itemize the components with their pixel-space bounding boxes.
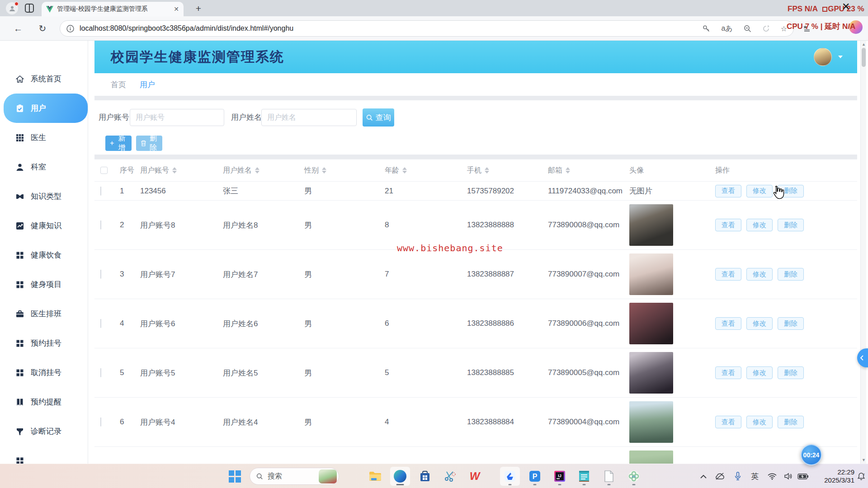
- sidebar-item-doctors[interactable]: 医生: [0, 123, 88, 152]
- taskbar-icon-p-app[interactable]: P: [525, 467, 545, 486]
- taskbar-icon-snipping-tool[interactable]: [440, 467, 460, 486]
- scroll-down-icon[interactable]: ▼: [861, 458, 867, 462]
- view-button[interactable]: 查看: [715, 268, 741, 281]
- row-checkbox[interactable]: [100, 187, 101, 196]
- breadcrumb-current[interactable]: 用户: [140, 80, 155, 90]
- sidebar-item-healthy-diet[interactable]: 健康饮食: [0, 240, 88, 270]
- perf-overlay-close-icon[interactable]: ✕: [842, 1, 850, 13]
- taskbar-icon-file-explorer[interactable]: [365, 467, 385, 486]
- edit-button[interactable]: 修改: [746, 366, 773, 379]
- sidebar-item-partial[interactable]: [0, 446, 88, 464]
- sidebar-item-cancel-appointments[interactable]: 取消挂号: [0, 358, 88, 387]
- sidebar-item-fitness-projects[interactable]: 健身项目: [0, 270, 88, 299]
- name-input[interactable]: [261, 109, 357, 126]
- select-all-checkbox[interactable]: [100, 167, 108, 174]
- tray-chevron-up-icon[interactable]: [698, 471, 709, 482]
- tray-wifi-icon[interactable]: [767, 471, 778, 482]
- row-checkbox[interactable]: [100, 368, 101, 377]
- taskbar-icon-trae[interactable]: [500, 467, 520, 486]
- zoom-out-icon[interactable]: [744, 25, 751, 33]
- refresh-button[interactable]: ↻: [36, 22, 49, 35]
- view-button[interactable]: 查看: [715, 317, 741, 330]
- notification-bell-icon[interactable]: z: [856, 471, 867, 482]
- breadcrumb-home[interactable]: 首页: [111, 80, 126, 90]
- col-age[interactable]: 年龄: [379, 166, 461, 175]
- sidebar-item-appointments[interactable]: 预约挂号: [0, 328, 88, 358]
- row-checkbox[interactable]: [100, 221, 101, 230]
- delete-row-button[interactable]: 删除: [778, 416, 804, 428]
- password-key-icon[interactable]: [703, 25, 710, 33]
- tray-ime-indicator[interactable]: 英: [750, 471, 760, 482]
- tab-close-icon[interactable]: ✕: [174, 5, 179, 13]
- account-input[interactable]: [130, 109, 224, 126]
- col-email[interactable]: 邮箱: [542, 166, 623, 175]
- view-button[interactable]: 查看: [715, 219, 741, 231]
- taskbar-icon-ev-flower[interactable]: ev: [624, 467, 644, 486]
- browser-tab[interactable]: 管理端-校园学生健康监测管理系 ✕: [42, 2, 184, 16]
- search-button[interactable]: 查询: [363, 108, 394, 127]
- info-icon[interactable]: [66, 25, 74, 33]
- scrollbar-thumb[interactable]: [862, 48, 866, 67]
- taskbar-icon-edge[interactable]: [390, 467, 410, 486]
- delete-button[interactable]: 删除: [136, 136, 162, 151]
- sidebar-item-home[interactable]: 系统首页: [0, 64, 88, 94]
- sort-icons[interactable]: [566, 167, 570, 174]
- view-button[interactable]: 查看: [715, 416, 741, 428]
- search-highlight-image[interactable]: [319, 469, 337, 483]
- workspaces-icon[interactable]: [25, 4, 34, 13]
- col-name[interactable]: 用户姓名: [217, 166, 298, 175]
- sync-icon[interactable]: [762, 25, 770, 33]
- taskbar-icon-document[interactable]: [599, 467, 619, 486]
- sidebar-item-appointment-reminders[interactable]: 预约提醒: [0, 387, 88, 417]
- taskbar-icon-wps[interactable]: W: [465, 467, 485, 486]
- sidebar-item-knowledge-types[interactable]: 知识类型: [0, 182, 88, 211]
- row-checkbox[interactable]: [100, 270, 101, 279]
- sort-icons[interactable]: [172, 167, 177, 174]
- edit-button[interactable]: 修改: [746, 268, 773, 281]
- new-tab-button[interactable]: +: [192, 2, 205, 15]
- delete-row-button[interactable]: 删除: [778, 317, 804, 330]
- delete-row-button[interactable]: 删除: [778, 219, 804, 231]
- tray-battery-icon[interactable]: [797, 471, 808, 482]
- sort-icons[interactable]: [322, 167, 326, 174]
- tray-cloud-off-icon[interactable]: [714, 471, 725, 482]
- scrollbar[interactable]: ▲ ▼: [860, 41, 866, 464]
- start-button[interactable]: [228, 470, 241, 483]
- translate-icon[interactable]: aあ: [721, 24, 732, 33]
- tray-microphone-icon[interactable]: [732, 471, 743, 482]
- edit-button[interactable]: 修改: [746, 317, 773, 330]
- tray-volume-icon[interactable]: [783, 471, 794, 482]
- sidebar-item-doctor-schedule[interactable]: 医生排班: [0, 299, 88, 328]
- col-account[interactable]: 用户账号: [134, 166, 217, 175]
- sidebar-item-health-knowledge[interactable]: 健康知识: [0, 211, 88, 240]
- taskbar-icon-notepad[interactable]: [574, 467, 594, 486]
- sidebar-item-departments[interactable]: 科室: [0, 152, 88, 182]
- add-button[interactable]: + 新增: [105, 136, 132, 151]
- sort-icons[interactable]: [485, 167, 489, 174]
- browser-profile-icon[interactable]: [6, 2, 18, 14]
- col-gender[interactable]: 性别: [298, 166, 379, 175]
- taskbar-icon-intellij[interactable]: IJ: [550, 467, 570, 486]
- taskbar-icon-store[interactable]: [415, 467, 435, 486]
- view-button[interactable]: 查看: [715, 366, 741, 379]
- url-bar[interactable]: localhost:8080/springboot3c3856pa/admin/…: [60, 20, 794, 37]
- url-text[interactable]: localhost:8080/springboot3c3856pa/admin/…: [80, 24, 697, 33]
- col-phone[interactable]: 手机: [461, 166, 542, 175]
- edit-button[interactable]: 修改: [746, 416, 773, 428]
- favorite-star-icon[interactable]: ☆: [781, 24, 787, 33]
- edge-collapse-toggle[interactable]: [857, 348, 868, 367]
- recording-timer-bubble[interactable]: 00:24: [801, 444, 822, 465]
- edit-button[interactable]: 修改: [746, 219, 773, 231]
- row-checkbox[interactable]: [100, 418, 101, 427]
- delete-row-button[interactable]: 删除: [778, 366, 804, 379]
- row-checkbox[interactable]: [100, 319, 101, 328]
- scroll-up-icon[interactable]: ▲: [861, 42, 867, 47]
- back-button[interactable]: ←: [12, 22, 24, 35]
- taskbar-search[interactable]: 搜索: [250, 468, 339, 485]
- sort-icons[interactable]: [402, 167, 407, 174]
- sidebar-item-users[interactable]: 用户: [4, 94, 88, 123]
- sort-icons[interactable]: [255, 167, 259, 174]
- view-button[interactable]: 查看: [715, 185, 741, 197]
- user-avatar[interactable]: [814, 48, 832, 66]
- taskbar-clock[interactable]: 22:29 2025/3/31: [816, 468, 854, 484]
